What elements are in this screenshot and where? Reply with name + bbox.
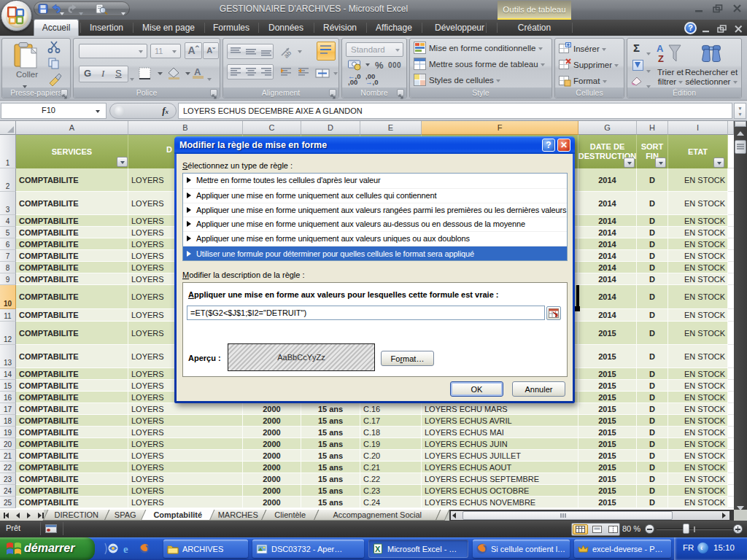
svg-text:X: X — [375, 545, 381, 553]
svg-text:A: A — [657, 43, 664, 54]
svg-text:e: e — [123, 543, 128, 555]
svg-text:ab: ab — [282, 50, 293, 59]
svg-text:Z: Z — [658, 53, 664, 64]
